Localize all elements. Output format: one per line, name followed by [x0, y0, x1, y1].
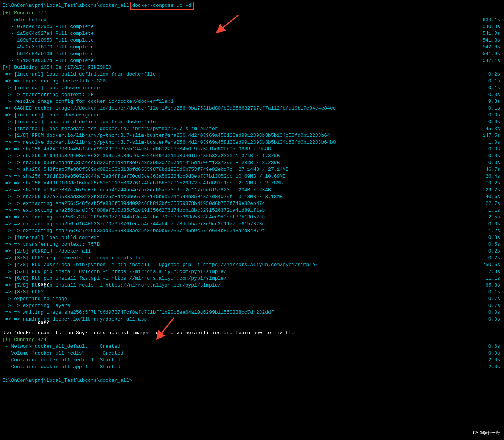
- arrow1-icon: [197, 11, 246, 34]
- terminal-line: => [3/8] COPY requirements.txt requireme…: [2, 255, 502, 262]
- terminal-line: [2, 370, 502, 377]
- terminal-line: - Network docker_all_default Created0.6s: [2, 343, 502, 350]
- copy-button-1[interactable]: COPY: [38, 282, 49, 287]
- terminal-line: [+] Running 4/4: [2, 336, 502, 343]
- terminal-line: => => sha256:4d2403969a458130ed9912393b3…: [2, 146, 502, 153]
- terminal-line: => [1/8] FROM docker.io/library/python:3…: [2, 132, 502, 139]
- terminal: E:\OnCon\myprj\Local_Test\abcdrs\docker_…: [0, 0, 504, 440]
- watermark: CSDN@十一哥: [473, 430, 500, 436]
- terminal-line: => resolve image config for docker.io/do…: [2, 98, 502, 105]
- terminal-line: - Container docker_all-app-1 Started2.0s: [2, 364, 502, 370]
- terminal-line: => CACHED docker-image://docker.io/docke…: [2, 105, 502, 112]
- terminal-line: - redis Pulled634.1s: [2, 17, 502, 23]
- terminal-line: => => transferring context: 2B0.0s: [2, 91, 502, 98]
- terminal-line: - 189d72810950 Pull complete541.3s: [2, 37, 502, 44]
- terminal-line: => [5/8] RUN pip install uvicorn -i http…: [2, 268, 502, 275]
- terminal-line: [+] Running 7/7: [2, 10, 502, 17]
- terminal-line: [2, 323, 502, 330]
- terminal-line: => [7/8] RUN pip install redis -i https:…: [2, 282, 502, 289]
- terminal-line: - 1a5d64c027a4 Pull complete541.0s: [2, 30, 502, 37]
- copy-button-2[interactable]: COPY: [38, 321, 49, 325]
- terminal-line: => => sha256:b39f6ea4df785aeee5d220fb1a3…: [2, 160, 502, 166]
- terminal-line: => [internal] load .dockerignore0.1s: [2, 85, 502, 91]
- terminal-line: => => naming to docker.io/library/docker…: [2, 316, 502, 323]
- terminal-line: => [2/8] WORKDIR ./docker_all0.2s: [2, 248, 502, 255]
- terminal-line: => [internal] load build definition from…: [2, 119, 502, 125]
- terminal-line: => => sha256:73fdf289e850729844af2a84ffb…: [2, 173, 502, 180]
- terminal-line: - 45a2e3716170 Pull complete542.0s: [2, 44, 502, 51]
- terminal-line: => => transferring context: 757B0.5s: [2, 241, 502, 248]
- path-text: E:\OnCon\myprj\Local_Test\abcdrs\docker_…: [2, 2, 129, 9]
- terminal-line: Use 'docker scan' to run Snyk tests agai…: [2, 330, 502, 336]
- terminal-output: [+] Running 7/7 - redis Pulled634.1s - 0…: [2, 10, 502, 384]
- terminal-line: => => sha256:816949b829403e20682f359bd3c…: [2, 153, 502, 160]
- terminal-line: => [6/8] RUN pip install fastapi -i http…: [2, 275, 502, 282]
- terminal-line: => => extracting sha256:73fdf289e8507298…: [2, 214, 502, 221]
- terminal-line: - Container docker_all-redis-1 Started2.…: [2, 357, 502, 364]
- terminal-line: => => sha256:a4d3f9f008ef6d0d35c51c19135…: [2, 180, 502, 187]
- terminal-line: [+] Building 1054.5s (17/17) FINISHED: [2, 64, 502, 71]
- terminal-line: => exporting to image0.7s: [2, 296, 502, 302]
- command-box: docker-compose up -d: [130, 2, 193, 10]
- terminal-line: => [internal] load build context0.8s: [2, 234, 502, 241]
- terminal-line: => => extracting sha256:d16405337c7079d0…: [2, 221, 502, 228]
- terminal-line: E:\OnCon\myprj\Local_Test\abcdrs\docker_…: [2, 377, 502, 384]
- terminal-line: => [internal] load .dockerignore0.0s: [2, 112, 502, 119]
- terminal-line: => => exporting layers0.7s: [2, 302, 502, 309]
- terminal-line: => => extracting sha256:a4d3f9f008ef6d0d…: [2, 207, 502, 214]
- terminal-line: => [internal] load build definition from…: [2, 71, 502, 78]
- terminal-line: - 171031a6367d Pull complete542.1s: [2, 57, 502, 64]
- terminal-line: => => sha256:627e29533ad303983b8ae25b84b…: [2, 194, 502, 200]
- terminal-line: => => sha256:d16405337c7079d076feca54674…: [2, 187, 502, 194]
- terminal-line: => => writing image sha256:5f7bfc6d97874…: [2, 309, 502, 316]
- terminal-line: => => transferring dockerfile: 32B0.1s: [2, 78, 502, 85]
- terminal-line: => [4/8] RUN /usr/local/bin/python -m pi…: [2, 262, 502, 268]
- terminal-line: => [8/8] COPY . .0.1s: [2, 289, 502, 296]
- arrow2-icon: [144, 314, 193, 340]
- terminal-line: => [internal] load metadata for docker.i…: [2, 125, 502, 132]
- terminal-line: - 56f4d04cb136 Pull complete541.9s: [2, 51, 502, 57]
- terminal-line: => => extracting sha256:548fcab5fe888f58…: [2, 200, 502, 207]
- command-line: E:\OnCon\myprj\Local_Test\abcdrs\docker_…: [2, 2, 502, 10]
- terminal-line: => => extracting sha256:627e29533ad30398…: [2, 228, 502, 234]
- terminal-line: => => sha256:548fcab5fe888f589dd092c68b8…: [2, 166, 502, 173]
- terminal-line: - 07aded7c29c6 Pull complete540.8s: [2, 23, 502, 30]
- terminal-line: => => resolve docker.io/library/python:3…: [2, 139, 502, 146]
- terminal-line: - Volume "docker_all_redis" Created0.0s: [2, 350, 502, 357]
